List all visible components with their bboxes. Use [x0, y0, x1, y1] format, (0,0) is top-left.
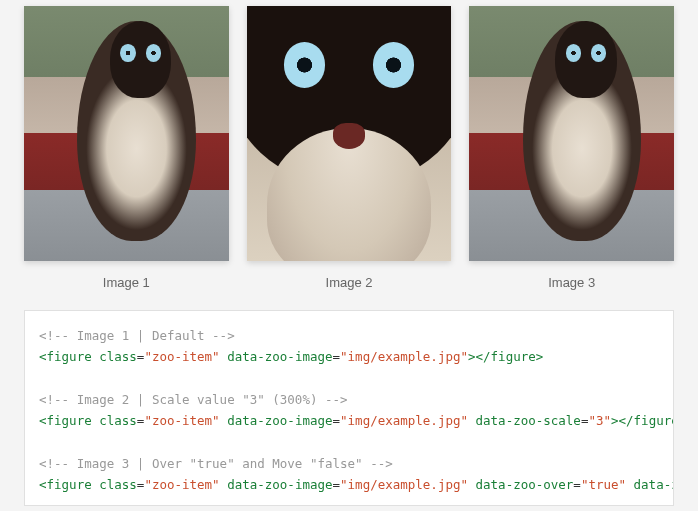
- code-string: "zoo-item": [144, 413, 219, 428]
- code-attr: data-zoo-scale: [468, 413, 581, 428]
- code-eq: =: [333, 477, 341, 492]
- code-attr: data-zoo-move: [626, 477, 674, 492]
- code-string: "3": [588, 413, 611, 428]
- code-tag: </figure>: [476, 349, 544, 364]
- example-image-2[interactable]: [247, 6, 452, 261]
- code-string: "zoo-item": [144, 477, 219, 492]
- image-caption-1: Image 1: [103, 275, 150, 290]
- code-eq: =: [333, 413, 341, 428]
- code-attr: class: [92, 349, 137, 364]
- cat-eyes-icon: [120, 44, 161, 62]
- code-string: "img/example.jpg": [340, 349, 468, 364]
- code-string: "img/example.jpg": [340, 477, 468, 492]
- cat-eyes-icon: [284, 42, 415, 88]
- code-eq: =: [333, 349, 341, 364]
- code-string: "zoo-item": [144, 349, 219, 364]
- code-eq: =: [573, 477, 581, 492]
- code-tag: <figure: [39, 413, 92, 428]
- image-caption-3: Image 3: [548, 275, 595, 290]
- gallery-item-1: Image 1: [24, 6, 229, 290]
- gallery-item-3: Image 3: [469, 6, 674, 290]
- code-comment: <!-- Image 3 | Over "true" and Move "fal…: [39, 456, 393, 471]
- code-string: "true": [581, 477, 626, 492]
- code-tag: <figure: [39, 477, 92, 492]
- image-caption-2: Image 2: [326, 275, 373, 290]
- code-example-block[interactable]: <!-- Image 1 | Default --> <figure class…: [24, 310, 674, 506]
- code-tag: >: [468, 349, 476, 364]
- code-tag: <figure: [39, 349, 92, 364]
- code-attr: data-zoo-image: [220, 349, 333, 364]
- code-comment: <!-- Image 2 | Scale value "3" (300%) --…: [39, 392, 348, 407]
- code-attr: class: [92, 477, 137, 492]
- code-attr: class: [92, 413, 137, 428]
- example-image-3[interactable]: [469, 6, 674, 261]
- code-attr: data-zoo-over: [468, 477, 573, 492]
- code-attr: data-zoo-image: [220, 413, 333, 428]
- cat-eyes-icon: [566, 44, 607, 62]
- gallery-item-2: Image 2: [247, 6, 452, 290]
- cat-mouth-icon: [333, 123, 366, 149]
- code-tag: </figure>: [619, 413, 674, 428]
- code-attr: data-zoo-image: [220, 477, 333, 492]
- code-string: "img/example.jpg": [340, 413, 468, 428]
- example-image-1[interactable]: [24, 6, 229, 261]
- code-comment: <!-- Image 1 | Default -->: [39, 328, 235, 343]
- code-tag: >: [611, 413, 619, 428]
- image-gallery: Image 1 Image 2 Image 3: [0, 0, 698, 298]
